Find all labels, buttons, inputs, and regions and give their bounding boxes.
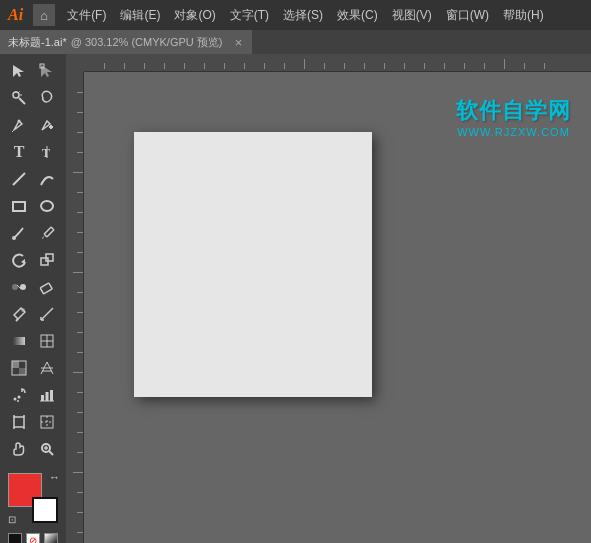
tab-info: @ 303.12% (CMYK/GPU 预览) <box>71 35 223 50</box>
eyedropper-tool[interactable] <box>5 301 33 327</box>
zoom-tool[interactable] <box>33 436 61 462</box>
menu-view[interactable]: 视图(V) <box>386 3 438 28</box>
menu-file[interactable]: 文件(F) <box>61 3 112 28</box>
fill-stroke-box: ↔ ⊡ <box>8 473 58 523</box>
color-area: ↔ ⊡ ⊘ <box>3 473 63 543</box>
gradient-color-button[interactable] <box>44 533 58 543</box>
column-graph-tool[interactable] <box>33 382 61 408</box>
artboard <box>134 132 372 397</box>
ruler-top <box>66 54 591 72</box>
title-bar: Ai ⌂ 文件(F) 编辑(E) 对象(O) 文字(T) 选择(S) 效果(C)… <box>0 0 591 30</box>
pen-tool[interactable] <box>5 112 33 138</box>
svg-line-3 <box>19 98 25 104</box>
svg-rect-37 <box>12 361 19 368</box>
svg-marker-0 <box>13 65 24 77</box>
solid-color-button[interactable] <box>8 533 22 543</box>
svg-marker-19 <box>42 236 44 239</box>
direct-selection-tool[interactable] <box>33 58 61 84</box>
add-anchor-tool[interactable] <box>33 112 61 138</box>
svg-line-9 <box>12 130 14 132</box>
svg-rect-32 <box>13 337 25 345</box>
svg-point-44 <box>18 396 21 399</box>
svg-rect-47 <box>41 395 44 401</box>
menu-type[interactable]: 文字(T) <box>224 3 275 28</box>
stroke-color-swatch[interactable] <box>32 497 58 523</box>
document-canvas-area[interactable] <box>84 72 591 543</box>
menu-effect[interactable]: 效果(C) <box>331 3 384 28</box>
svg-point-45 <box>17 400 19 402</box>
gradient-tool[interactable] <box>5 328 33 354</box>
svg-point-23 <box>12 284 18 290</box>
tab-bar: 未标题-1.ai* @ 303.12% (CMYK/GPU 预览) × <box>0 30 591 54</box>
reset-colors-button[interactable]: ⊡ <box>8 514 16 525</box>
hand-tool[interactable] <box>5 436 33 462</box>
measure-tool[interactable] <box>33 301 61 327</box>
tab-close-button[interactable]: × <box>232 36 244 48</box>
menu-bar: 文件(F) 编辑(E) 对象(O) 文字(T) 选择(S) 效果(C) 视图(V… <box>61 3 583 28</box>
none-color-button[interactable]: ⊘ <box>26 533 40 543</box>
eraser-tool[interactable] <box>33 274 61 300</box>
ruler-left <box>66 72 84 543</box>
mesh-tool[interactable] <box>33 328 61 354</box>
svg-point-28 <box>21 308 25 312</box>
svg-line-27 <box>16 319 18 321</box>
paintbrush-tool[interactable] <box>5 220 33 246</box>
svg-rect-38 <box>19 368 26 375</box>
svg-point-17 <box>12 236 16 240</box>
ai-logo: Ai <box>8 6 23 24</box>
live-paint-tool[interactable] <box>5 355 33 381</box>
ruler-corner <box>66 54 84 72</box>
swap-colors-button[interactable]: ↔ <box>49 471 60 483</box>
left-toolbar: T T <box>0 54 66 543</box>
selection-tool[interactable] <box>5 58 33 84</box>
menu-help[interactable]: 帮助(H) <box>497 3 550 28</box>
perspective-grid-tool[interactable] <box>33 355 61 381</box>
svg-line-29 <box>41 308 53 320</box>
svg-point-46 <box>21 390 23 392</box>
svg-point-16 <box>41 201 53 211</box>
canvas-area[interactable]: 软件自学网 WWW.RJZXW.COM <box>66 54 591 543</box>
svg-line-14 <box>13 173 25 185</box>
menu-object[interactable]: 对象(O) <box>168 3 221 28</box>
artboard-tool[interactable] <box>5 409 33 435</box>
tab-title: 未标题-1.ai* <box>8 35 67 50</box>
active-tab[interactable]: 未标题-1.ai* @ 303.12% (CMYK/GPU 预览) × <box>0 30 252 54</box>
magic-wand-tool[interactable] <box>5 85 33 111</box>
pencil-tool[interactable] <box>33 220 61 246</box>
line-segment-tool[interactable] <box>5 166 33 192</box>
svg-rect-26 <box>40 283 52 294</box>
rectangle-tool[interactable] <box>5 193 33 219</box>
scale-tool[interactable] <box>33 247 61 273</box>
slice-tool[interactable] <box>33 409 61 435</box>
type-tool[interactable]: T <box>5 139 33 165</box>
svg-point-24 <box>20 284 26 290</box>
menu-select[interactable]: 选择(S) <box>277 3 329 28</box>
home-button[interactable]: ⌂ <box>33 4 55 26</box>
svg-rect-15 <box>13 202 25 211</box>
svg-rect-49 <box>50 390 53 401</box>
ellipse-tool[interactable] <box>33 193 61 219</box>
svg-rect-51 <box>14 417 24 427</box>
lasso-tool[interactable] <box>33 85 61 111</box>
svg-marker-1 <box>41 65 52 77</box>
main-area: T T <box>0 54 591 543</box>
menu-edit[interactable]: 编辑(E) <box>114 3 166 28</box>
svg-line-60 <box>49 451 53 455</box>
svg-point-8 <box>18 120 21 123</box>
arc-tool[interactable] <box>33 166 61 192</box>
svg-rect-48 <box>46 392 49 401</box>
blend-tool[interactable] <box>5 274 33 300</box>
vertical-type-tool[interactable]: T <box>33 139 61 165</box>
symbol-sprayer-tool[interactable] <box>5 382 33 408</box>
rotate-tool[interactable] <box>5 247 33 273</box>
svg-point-43 <box>14 398 17 401</box>
svg-rect-18 <box>44 227 54 237</box>
svg-marker-20 <box>21 259 25 264</box>
color-mode-buttons: ⊘ <box>8 533 58 543</box>
menu-window[interactable]: 窗口(W) <box>440 3 495 28</box>
svg-text:T: T <box>42 146 50 160</box>
svg-line-7 <box>19 92 20 93</box>
